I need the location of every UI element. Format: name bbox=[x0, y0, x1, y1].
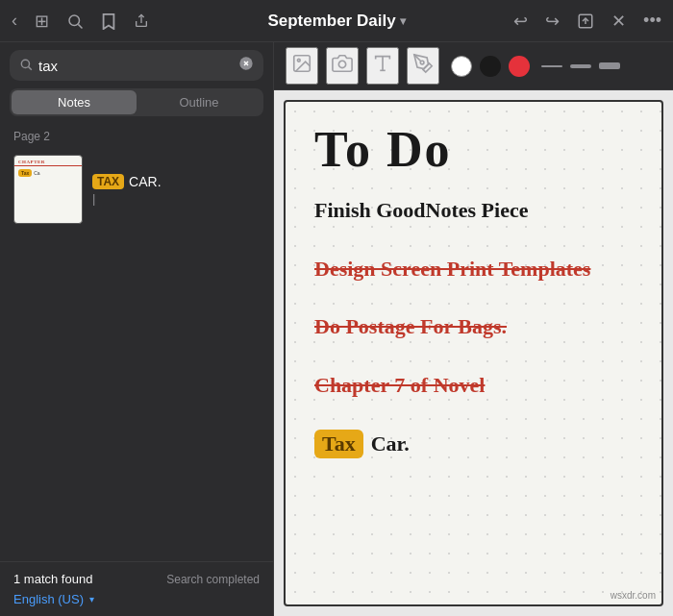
grid-button[interactable]: ⊞ bbox=[31, 7, 53, 36]
todo-item-tax: Tax Car. bbox=[314, 430, 633, 458]
search-bar bbox=[10, 50, 263, 81]
thumb-car-text: Ca bbox=[34, 170, 39, 176]
camera-tool-button[interactable] bbox=[326, 47, 359, 85]
toolbar-group-colors bbox=[451, 56, 530, 77]
main-content: Notes Outline Page 2 Chapter Tax Ca TAX bbox=[0, 42, 673, 616]
color-white-button[interactable] bbox=[451, 56, 472, 77]
thumb-tax-row: Tax Ca bbox=[14, 166, 82, 180]
result-highlight-line: TAX CAR. bbox=[92, 174, 162, 189]
language-button[interactable]: English (US) bbox=[13, 592, 84, 606]
svg-line-6 bbox=[29, 66, 32, 69]
document-page: To Do Finish GoodNotes Piece Design Scre… bbox=[284, 100, 663, 606]
tab-outline[interactable]: Outline bbox=[137, 90, 262, 114]
more-button[interactable]: ••• bbox=[639, 7, 665, 35]
tabs: Notes Outline bbox=[10, 88, 263, 116]
result-thumbnail: Chapter Tax Ca bbox=[13, 155, 83, 224]
svg-point-5 bbox=[21, 60, 29, 67]
svg-point-12 bbox=[338, 61, 345, 67]
undo-button[interactable]: ↩ bbox=[510, 7, 532, 36]
top-bar-right: ↩ ↪ ✕ ••• bbox=[492, 7, 665, 36]
todo-item-text-3: Do Postage For Bags. bbox=[314, 313, 507, 341]
line-thin-button[interactable] bbox=[541, 65, 562, 67]
toolbar-group-tools bbox=[286, 47, 439, 85]
todo-item-text-1: Finish GoodNotes Piece bbox=[314, 197, 528, 225]
match-count: 1 match found bbox=[13, 572, 92, 586]
document-title-button[interactable]: September Daily ▾ bbox=[267, 12, 405, 31]
result-sub: | bbox=[92, 191, 162, 206]
result-text: CAR. bbox=[129, 174, 161, 189]
close-button[interactable]: ✕ bbox=[608, 7, 630, 36]
search-results: Page 2 Chapter Tax Ca TAX CAR. | bbox=[0, 124, 273, 561]
result-text-block: TAX CAR. | bbox=[92, 155, 162, 224]
todo-item-text-4: Chapter 7 of Novel bbox=[314, 372, 485, 400]
svg-line-1 bbox=[78, 24, 82, 28]
line-thick-button[interactable] bbox=[599, 62, 620, 69]
todo-item-2: Design Screen Print Templates bbox=[314, 256, 633, 301]
color-black-button[interactable] bbox=[480, 56, 501, 77]
document-toolbar bbox=[274, 42, 673, 90]
svg-point-11 bbox=[297, 59, 300, 62]
back-button[interactable]: ‹ bbox=[8, 7, 21, 35]
todo-item-text-2: Design Screen Print Templates bbox=[314, 256, 590, 283]
footer-top: 1 match found Search completed bbox=[13, 572, 260, 586]
todo-item-1: Finish GoodNotes Piece bbox=[314, 197, 633, 242]
image-tool-button[interactable] bbox=[286, 47, 318, 85]
search-status: Search completed bbox=[166, 573, 260, 586]
page-label: Page 2 bbox=[0, 124, 273, 147]
top-bar: ‹ ⊞ September Daily ▾ ↩ ↪ bbox=[0, 0, 673, 42]
list-item[interactable]: Chapter Tax Ca TAX CAR. | bbox=[0, 147, 273, 232]
svg-point-0 bbox=[69, 15, 80, 26]
color-red-button[interactable] bbox=[509, 56, 530, 77]
todo-item-4: Chapter 7 of Novel bbox=[314, 372, 633, 417]
language-chevron-icon: ▾ bbox=[89, 594, 94, 604]
export-button[interactable] bbox=[573, 9, 598, 34]
tab-notes[interactable]: Notes bbox=[12, 90, 137, 114]
document-content: To Do Finish GoodNotes Piece Design Scre… bbox=[286, 102, 661, 604]
highlight-badge: TAX bbox=[92, 174, 124, 189]
search-icon bbox=[19, 58, 33, 74]
search-input[interactable] bbox=[38, 58, 233, 74]
top-bar-left: ‹ ⊞ bbox=[8, 7, 181, 36]
document-title: September Daily bbox=[267, 12, 395, 31]
search-clear-button[interactable] bbox=[238, 56, 254, 75]
tax-car-text: Car. bbox=[371, 431, 410, 456]
thumb-chapter-text: Chapter bbox=[14, 156, 82, 166]
title-chevron-icon: ▾ bbox=[400, 14, 406, 28]
redo-button[interactable]: ↪ bbox=[541, 7, 563, 36]
share-button[interactable] bbox=[130, 9, 153, 34]
sidebar-footer: 1 match found Search completed English (… bbox=[0, 561, 273, 616]
pen-tool-button[interactable] bbox=[407, 47, 439, 85]
search-button[interactable] bbox=[62, 9, 87, 34]
watermark: wsxdr.com bbox=[611, 590, 656, 601]
top-bar-center: September Daily ▾ bbox=[181, 12, 492, 31]
document-area: To Do Finish GoodNotes Piece Design Scre… bbox=[274, 42, 673, 616]
line-medium-button[interactable] bbox=[570, 64, 591, 68]
svg-point-15 bbox=[420, 61, 424, 64]
document-title-text: To Do bbox=[314, 121, 633, 178]
thumb-tax-badge: Tax bbox=[18, 169, 32, 177]
sidebar: Notes Outline Page 2 Chapter Tax Ca TAX bbox=[0, 42, 274, 616]
footer-bottom: English (US) ▾ bbox=[13, 592, 260, 606]
todo-item-3: Do Postage For Bags. bbox=[314, 313, 633, 358]
tax-highlight-badge: Tax bbox=[314, 430, 363, 458]
bookmark-button[interactable] bbox=[97, 9, 120, 34]
text-tool-button[interactable] bbox=[366, 47, 399, 85]
toolbar-group-lines bbox=[541, 62, 620, 69]
